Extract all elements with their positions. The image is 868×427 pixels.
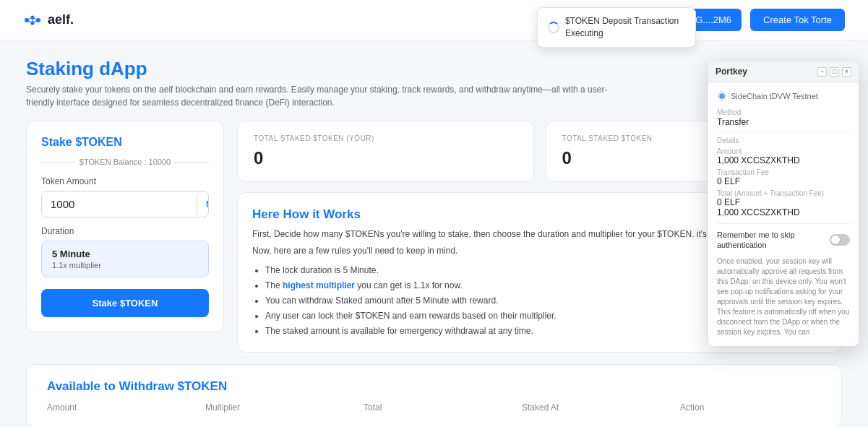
total-value1: 0 ELF bbox=[717, 197, 850, 207]
amount-label: Amount bbox=[717, 147, 850, 155]
col-multiplier: Multiplier bbox=[205, 402, 346, 413]
portkey-titlebar: Portkey − □ × bbox=[708, 61, 859, 82]
network-text: SideChain tDVW Testnet bbox=[731, 92, 818, 100]
logo: aelf. bbox=[23, 12, 74, 28]
total-label: Total (Amount + Transaction Fee) bbox=[717, 189, 850, 197]
duration-name: 5 Minute bbox=[52, 249, 198, 259]
create-button[interactable]: Create Tok Torte bbox=[750, 9, 845, 31]
portkey-minimize[interactable]: − bbox=[817, 67, 827, 77]
max-button[interactable]: MAX bbox=[197, 194, 209, 215]
remember-row: Remember me to skip authentication bbox=[717, 223, 850, 251]
fee-value: 0 ELF bbox=[717, 176, 850, 186]
col-amount: Amount bbox=[47, 402, 188, 413]
your-staked-value: 0 bbox=[254, 148, 517, 168]
toggle-knob bbox=[831, 236, 840, 244]
duration-mult: 1.1x multiplier bbox=[52, 261, 198, 269]
token-amount-row: MAX bbox=[41, 191, 209, 217]
logo-text: aelf. bbox=[48, 12, 74, 27]
stake-card: Stake $TOKEN $TOKEN Balance : 10000 Toke… bbox=[26, 121, 224, 332]
toggle[interactable] bbox=[830, 234, 850, 246]
portkey-body: SideChain tDVW Testnet Method Transfer D… bbox=[708, 82, 859, 346]
balance-text: $TOKEN Balance : 10000 bbox=[80, 158, 171, 166]
your-staked-label: TOTAL STAKED $TOKEN (YOUR) bbox=[254, 134, 517, 142]
portkey-close[interactable]: × bbox=[842, 67, 851, 77]
col-action: Action bbox=[680, 402, 821, 413]
portkey-popup: Portkey − □ × SideChain tDVW Testnet Met… bbox=[708, 61, 859, 347]
method-value: Transfer bbox=[717, 117, 850, 127]
token-amount-input[interactable] bbox=[42, 191, 197, 217]
your-staked-card: TOTAL STAKED $TOKEN (YOUR) 0 bbox=[237, 121, 534, 182]
available-title: Available to Withdraw $TOKEN bbox=[47, 379, 821, 394]
stake-title: Stake $TOKEN bbox=[41, 136, 209, 149]
stake-button[interactable]: Stake $TOKEN bbox=[41, 289, 209, 317]
page-description: Securely stake your tokens on the aelf b… bbox=[26, 83, 619, 109]
portkey-title: Portkey bbox=[716, 66, 747, 77]
details-label: Details bbox=[717, 137, 850, 145]
duration-label: Duration bbox=[41, 226, 209, 236]
col-total: Total bbox=[364, 402, 504, 413]
col-staked-at: Staked At bbox=[522, 402, 663, 413]
method-field: Method Transfer bbox=[717, 108, 850, 127]
logo-icon bbox=[23, 12, 43, 28]
balance-bar: $TOKEN Balance : 10000 bbox=[41, 158, 209, 166]
network-icon bbox=[717, 91, 727, 101]
portkey-controls: − □ × bbox=[817, 67, 851, 77]
available-card: Available to Withdraw $TOKEN Amount Mult… bbox=[26, 364, 842, 427]
fee-label: Transaction Fee bbox=[717, 168, 850, 176]
amount-value: 1,000 XCCSZXKTHD bbox=[717, 155, 850, 165]
total-value2: 1,000 XCCSZXKTHD bbox=[717, 207, 850, 217]
table-header: Amount Multiplier Total Staked At Action bbox=[47, 402, 821, 413]
network-row: SideChain tDVW Testnet bbox=[717, 91, 850, 101]
portkey-restore[interactable]: □ bbox=[830, 67, 839, 77]
method-label: Method bbox=[717, 108, 850, 116]
token-amount-label: Token Amount bbox=[41, 176, 209, 186]
tx-spinner bbox=[548, 22, 559, 33]
portkey-note: Once enabled, your session key will auto… bbox=[717, 256, 850, 337]
tx-banner: $TOKEN Deposit Transaction Executing bbox=[537, 7, 696, 48]
header: aelf. Ff84G....2M6 Create Tok Torte bbox=[0, 0, 868, 40]
remember-text: Remember me to skip authentication bbox=[717, 230, 818, 251]
duration-option[interactable]: 5 Minute 1.1x multiplier bbox=[41, 241, 209, 277]
tx-text: $TOKEN Deposit Transaction Executing bbox=[565, 15, 685, 40]
